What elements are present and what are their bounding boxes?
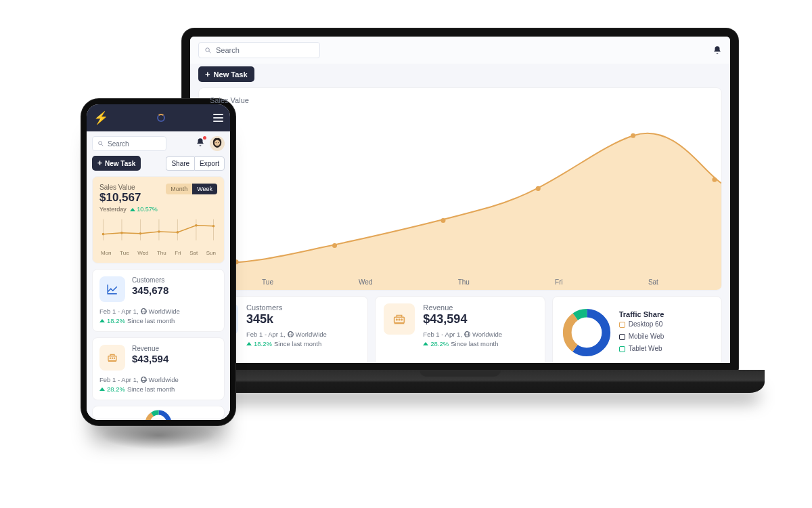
svg-line-17: [102, 144, 103, 146]
svg-point-32: [158, 230, 160, 233]
card-label: Revenue: [132, 345, 217, 352]
card-trend: Yesterday 10.57%: [99, 206, 217, 213]
svg-point-5: [536, 186, 541, 191]
svg-point-37: [110, 358, 110, 358]
svg-point-38: [112, 358, 112, 358]
svg-point-35: [212, 225, 215, 228]
card-daterange: Feb 1 - Apr 1, Worldwide: [99, 376, 217, 383]
traffic-share-card: Traffic Share Desktop 60 Mobile Web Tabl…: [552, 296, 722, 363]
search-input[interactable]: Search: [92, 136, 166, 151]
svg-point-30: [120, 232, 123, 234]
card-value: 345,678: [132, 284, 217, 296]
svg-point-10: [399, 319, 400, 320]
menu-button[interactable]: [213, 114, 223, 122]
bolt-icon: ⚡: [93, 110, 108, 125]
svg-point-39: [114, 358, 114, 358]
export-button[interactable]: Export: [194, 156, 225, 171]
svg-point-0: [206, 47, 210, 51]
revenue-card: Revenue $43,594 Feb 1 - Apr 1, Worldwide…: [375, 296, 545, 363]
svg-point-6: [631, 133, 635, 138]
card-daterange: Feb 1 - Apr 1, WorldWide: [99, 308, 217, 315]
svg-point-19: [215, 140, 220, 146]
mobile-header: ⚡: [87, 104, 230, 131]
laptop-mockup: Search + New Task Sales Value TueWedThuF…: [156, 28, 765, 408]
card-label: Revenue: [423, 303, 536, 312]
bell-icon[interactable]: [713, 45, 722, 55]
card-label: Customers: [246, 303, 359, 312]
card-value: $43,594: [132, 353, 217, 364]
card-label: Customers: [132, 276, 217, 284]
globe-icon: [464, 331, 470, 337]
mini-chart: MonTueWedThuFriSatSun: [99, 218, 217, 256]
svg-point-4: [441, 218, 445, 223]
chart-title: Sales Value: [210, 96, 249, 104]
chart-x-labels: TueWedThuFriSat: [199, 278, 721, 286]
notification-dot: [203, 136, 206, 140]
svg-point-34: [195, 224, 198, 227]
caret-up-icon: [423, 342, 428, 345]
customers-card: Customers 345,678 Feb 1 - Apr 1, WorldWi…: [92, 269, 225, 332]
donut-chart: [561, 307, 612, 358]
card-title: Traffic Share: [619, 310, 713, 318]
share-button[interactable]: Share: [166, 156, 194, 171]
svg-point-29: [102, 233, 105, 236]
logo-icon: [157, 114, 165, 122]
card-trend: 28.2% Since last month: [99, 385, 217, 393]
chart-line-icon: [99, 276, 125, 302]
caret-up-icon: [130, 208, 135, 211]
new-task-label: New Task: [214, 70, 248, 79]
plus-icon: +: [97, 159, 102, 167]
traffic-share-card: [92, 406, 225, 419]
cash-register-icon: [384, 303, 415, 335]
svg-point-20: [216, 142, 217, 143]
svg-point-3: [332, 243, 337, 248]
avatar[interactable]: [210, 136, 225, 151]
phone-mockup: ⚡ Search: [81, 99, 235, 425]
new-task-button[interactable]: + New Task: [92, 156, 141, 171]
globe-icon: [141, 377, 147, 383]
toggle-week[interactable]: Week: [192, 184, 217, 194]
card-daterange: Feb 1 - Apr 1, Worldwide: [423, 331, 536, 338]
svg-point-31: [139, 232, 142, 235]
search-icon: [204, 47, 212, 54]
plus-icon: +: [205, 70, 210, 79]
globe-icon: [141, 308, 147, 314]
globe-icon: [288, 331, 294, 337]
svg-line-1: [209, 51, 210, 52]
search-placeholder: Search: [216, 46, 240, 54]
caret-up-icon: [99, 319, 105, 322]
svg-point-33: [177, 231, 179, 234]
notifications-button[interactable]: [196, 137, 205, 150]
card-value: 345k: [246, 312, 359, 326]
card-trend: 28.2% Since last month: [423, 340, 536, 347]
sales-value-chart: Sales Value TueWedThuFriSat: [198, 87, 722, 291]
cash-register-icon: [99, 345, 125, 371]
card-trend: 18.2% Since last month: [246, 340, 359, 347]
revenue-card: Revenue $43,594 Feb 1 - Apr 1, Worldwide…: [92, 337, 225, 400]
toggle-month[interactable]: Month: [166, 184, 192, 194]
card-daterange: Feb 1 - Apr 1, WorldWide: [246, 331, 359, 338]
donut-chart: [121, 409, 196, 420]
svg-point-16: [99, 142, 102, 145]
search-icon: [97, 140, 104, 147]
caret-up-icon: [99, 387, 105, 391]
traffic-legend: Desktop 60 Mobile Web Tablet Web: [619, 318, 713, 355]
svg-point-7: [712, 177, 717, 182]
period-toggle: Month Week: [166, 184, 217, 194]
new-task-button[interactable]: + New Task: [198, 66, 254, 82]
card-value: $43,594: [423, 312, 536, 326]
share-export-group: Share Export: [166, 156, 225, 171]
search-input[interactable]: Search: [198, 42, 320, 58]
card-trend: 18.2% Since last month: [99, 317, 217, 324]
sales-value-card: Sales Value $10,567 Yesterday 10.57% Mon…: [92, 176, 225, 263]
caret-up-icon: [246, 342, 252, 345]
svg-point-21: [218, 142, 219, 143]
svg-point-9: [397, 319, 397, 320]
svg-point-11: [401, 319, 402, 320]
